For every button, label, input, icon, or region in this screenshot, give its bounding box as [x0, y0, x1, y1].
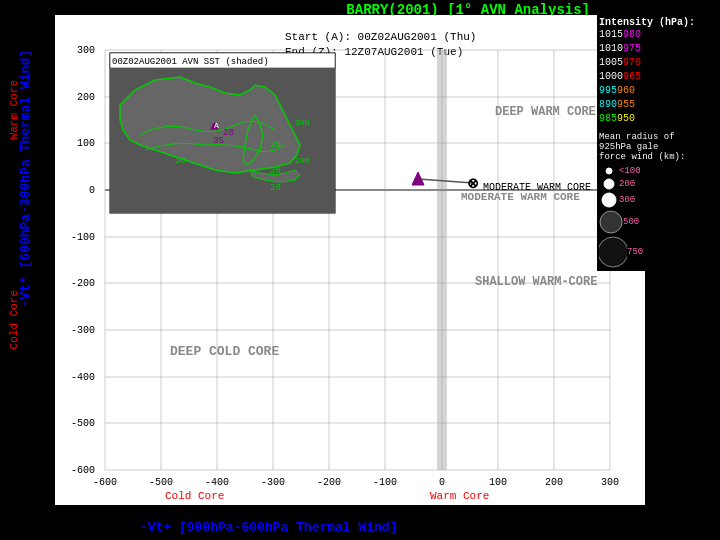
svg-text:DEEP COLD CORE: DEEP COLD CORE — [170, 344, 279, 359]
legend-row-3: 1005 970 — [599, 56, 713, 70]
svg-rect-23 — [437, 50, 447, 470]
svg-point-70 — [602, 193, 616, 207]
svg-text:30N: 30N — [295, 118, 310, 127]
svg-text:⊗: ⊗ — [467, 176, 479, 192]
svg-text:300: 300 — [601, 477, 619, 488]
svg-text:35: 35 — [213, 136, 224, 146]
legend-row-4: 1000 965 — [599, 70, 713, 84]
radius-title: Mean radius of — [599, 132, 713, 142]
svg-text:300: 300 — [77, 45, 95, 56]
svg-text:-300: -300 — [71, 325, 95, 336]
svg-text:A: A — [410, 168, 415, 177]
svg-text:20N: 20N — [295, 156, 310, 165]
svg-text:-500: -500 — [149, 477, 173, 488]
radius-unit: force wind (km): — [599, 152, 713, 162]
svg-point-68 — [606, 168, 612, 174]
svg-text:200: 200 — [545, 477, 563, 488]
legend: Intensity (hPa): 1015 980 1010 975 1005 … — [597, 15, 715, 271]
svg-text:28: 28 — [223, 128, 234, 138]
radius-item-5: 750 — [599, 235, 713, 269]
svg-text:200: 200 — [77, 92, 95, 103]
legend-row-7: 985 950 — [599, 112, 713, 126]
legend-row-1: 1015 980 — [599, 28, 713, 42]
svg-text:28: 28 — [270, 166, 281, 176]
svg-text:-400: -400 — [205, 477, 229, 488]
svg-text:0: 0 — [89, 185, 95, 196]
svg-text:-100: -100 — [71, 232, 95, 243]
svg-text:-200: -200 — [317, 477, 341, 488]
svg-text:28: 28 — [270, 140, 281, 150]
radius-item-2: 200 — [599, 177, 713, 191]
svg-text:30: 30 — [175, 156, 186, 166]
svg-text:-400: -400 — [71, 372, 95, 383]
svg-point-71 — [600, 211, 622, 233]
warm-core-side-label: Warm Core — [8, 80, 20, 139]
x-axis-title: -Vt+ [900hPa-600hPa Thermal Wind] — [140, 520, 397, 535]
svg-text:-600: -600 — [93, 477, 117, 488]
x-cold-core-label: Cold Core — [165, 490, 224, 502]
svg-text:100: 100 — [77, 138, 95, 149]
legend-row-6: 890 955 — [599, 98, 713, 112]
svg-point-72 — [599, 237, 627, 267]
svg-text:-600: -600 — [71, 465, 95, 476]
cold-core-side-label: Cold Core — [8, 290, 20, 349]
legend-row-5: 995 960 — [599, 84, 713, 98]
x-warm-core-label: Warm Core — [430, 490, 489, 502]
radius-item-4: 500 — [599, 209, 713, 235]
svg-text:100: 100 — [489, 477, 507, 488]
y-axis-title: -Vt* [600hPa-300hPa Thermal Wind] — [18, 50, 33, 307]
svg-text:-100: -100 — [373, 477, 397, 488]
legend-row-2: 1010 975 — [599, 42, 713, 56]
radius-item-1: <100 — [599, 165, 713, 177]
svg-text:-500: -500 — [71, 418, 95, 429]
main-container: BARRY(2001) [1° AVN Analysis] Start (A):… — [0, 0, 720, 540]
svg-point-69 — [604, 179, 614, 189]
svg-text:28: 28 — [270, 183, 281, 193]
svg-text:MODERATE WARM CORE: MODERATE WARM CORE — [483, 182, 591, 193]
radius-subtitle: 925hPa gale — [599, 142, 713, 152]
svg-text:-300: -300 — [261, 477, 285, 488]
svg-text:A: A — [214, 121, 219, 130]
svg-text:00Z02AUG2001 AVN SST (shaded): 00Z02AUG2001 AVN SST (shaded) — [112, 57, 269, 67]
svg-text:DEEP WARM CORE: DEEP WARM CORE — [495, 105, 596, 119]
svg-text:SHALLOW WARM-CORE: SHALLOW WARM-CORE — [475, 275, 597, 289]
svg-text:Start (A): 00Z02AUG2001 (Thu): Start (A): 00Z02AUG2001 (Thu) — [285, 31, 476, 43]
chart-svg: Start (A): 00Z02AUG2001 (Thu) End (Z): 1… — [55, 15, 645, 505]
svg-text:-200: -200 — [71, 278, 95, 289]
radius-item-3: 300 — [599, 191, 713, 209]
svg-text:0: 0 — [439, 477, 445, 488]
legend-title: Intensity (hPa): — [599, 17, 713, 28]
